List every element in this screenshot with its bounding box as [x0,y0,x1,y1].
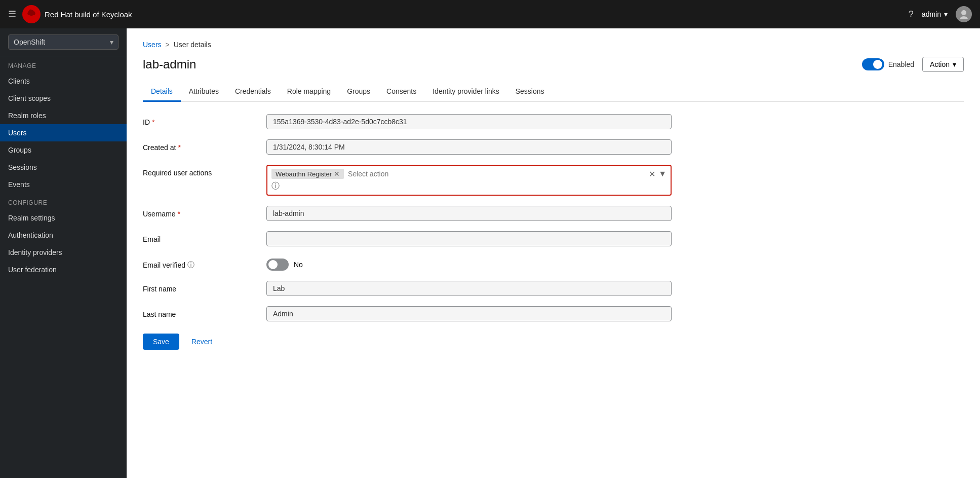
id-input[interactable] [266,114,672,129]
avatar[interactable] [956,6,972,22]
page-header: lab-admin Enabled Action ▾ [143,57,964,72]
last-name-label: Last name [143,306,254,318]
email-verified-help-icon[interactable]: ⓘ [187,261,194,270]
sidebar-item-groups[interactable]: Groups [0,141,127,159]
email-verified-label: Email verified ⓘ [143,256,254,270]
email-verified-toggle[interactable] [266,259,289,271]
form-actions: Save Revert [143,334,964,350]
last-name-row: Last name [143,306,964,321]
chevron-down-icon[interactable]: ▼ [658,169,667,178]
first-name-input[interactable] [266,281,672,296]
enabled-toggle[interactable] [862,58,884,70]
first-name-row: First name [143,281,964,296]
tab-attributes[interactable]: Attributes [181,82,227,102]
username-label: admin [922,10,941,18]
tabs: Details Attributes Credentials Role mapp… [143,82,964,102]
required-actions-label: Required user actions [143,165,254,177]
username-row: Username * [143,206,964,221]
page-title: lab-admin [143,57,196,71]
breadcrumb-current: User details [174,41,211,49]
sidebar: OpenShift Manage Clients Client scopes R… [0,28,127,478]
tab-consents[interactable]: Consents [378,82,424,102]
required-actions-field[interactable]: Webauthn Register ✕ ✕ ▼ ⓘ [266,165,672,196]
created-at-input[interactable] [266,139,672,155]
webauthn-register-tag: Webauthn Register ✕ [271,169,344,179]
sidebar-item-user-federation[interactable]: User federation [0,261,127,278]
last-name-control [266,306,672,321]
select-action-input[interactable] [348,170,645,178]
sidebar-item-realm-settings[interactable]: Realm settings [0,209,127,227]
username-required-marker: * [178,210,180,218]
realm-roles-label: Realm roles [8,112,46,120]
actions-field-icons: ✕ ▼ [649,169,667,179]
email-verified-control: No [266,256,672,271]
help-circle-icon[interactable]: ⓘ [271,181,280,190]
email-verified-row: Email verified ⓘ No [143,256,964,271]
id-required-marker: * [152,118,154,126]
created-at-control [266,139,672,155]
tab-groups[interactable]: Groups [339,82,378,102]
user-dropdown-icon: ▾ [944,10,948,18]
revert-button[interactable]: Revert [185,334,218,350]
save-button[interactable]: Save [143,334,179,350]
username-label: Username * [143,206,254,218]
sidebar-item-identity-providers[interactable]: Identity providers [0,244,127,261]
sidebar-item-events[interactable]: Events [0,176,127,193]
sidebar-item-users[interactable]: Users [0,124,127,141]
actions-help: ⓘ [271,181,667,192]
breadcrumb-users-link[interactable]: Users [143,41,162,49]
email-row: Email [143,231,964,246]
username-input[interactable] [266,206,672,221]
svg-point-2 [960,16,968,19]
email-label: Email [143,231,254,243]
brand-name: Red Hat build of Keycloak [45,10,132,19]
main-content: Users > User details lab-admin Enabled A… [127,28,980,478]
topnav-right: ? admin ▾ [909,6,972,22]
tab-identity-provider-links[interactable]: Identity provider links [424,82,507,102]
action-button-label: Action [930,60,950,68]
clients-label: Clients [8,77,30,85]
enabled-label: Enabled [888,60,914,68]
tag-remove-icon[interactable]: ✕ [334,170,340,178]
tab-role-mapping[interactable]: Role mapping [279,82,339,102]
realm-select[interactable]: OpenShift [8,34,119,50]
enabled-toggle-wrapper: Enabled [862,58,914,70]
tab-details[interactable]: Details [143,82,181,102]
sidebar-item-clients[interactable]: Clients [0,72,127,90]
hamburger-menu-icon[interactable]: ☰ [8,9,16,20]
authentication-label: Authentication [8,231,53,239]
first-name-label: First name [143,281,254,293]
page-header-actions: Enabled Action ▾ [862,57,964,72]
sidebar-item-client-scopes[interactable]: Client scopes [0,90,127,107]
groups-label: Groups [8,146,31,154]
identity-providers-label: Identity providers [8,248,62,256]
id-row: ID * [143,114,964,129]
redhat-logo-icon [22,5,41,23]
svg-point-1 [961,10,966,15]
id-control [266,114,672,129]
user-menu[interactable]: admin ▾ [922,10,948,18]
avatar-icon [959,9,969,19]
sidebar-item-realm-roles[interactable]: Realm roles [0,107,127,124]
logo: Red Hat build of Keycloak [22,5,132,23]
action-button[interactable]: Action ▾ [922,57,964,72]
tab-sessions[interactable]: Sessions [507,82,553,102]
realm-dropdown-wrapper: OpenShift [8,34,119,50]
sidebar-item-authentication[interactable]: Authentication [0,227,127,244]
required-actions-row-inner: Webauthn Register ✕ ✕ ▼ [271,169,667,179]
required-actions-control: Webauthn Register ✕ ✕ ▼ ⓘ [266,165,672,196]
email-input[interactable] [266,231,672,246]
clear-icon[interactable]: ✕ [649,169,655,179]
tab-credentials[interactable]: Credentials [227,82,279,102]
events-label: Events [8,180,30,189]
email-control [266,231,672,246]
user-federation-label: User federation [8,266,57,274]
help-icon[interactable]: ? [909,9,914,20]
required-actions-row: Required user actions Webauthn Register … [143,165,964,196]
last-name-input[interactable] [266,306,672,321]
sessions-label: Sessions [8,163,37,171]
first-name-control [266,281,672,296]
sidebar-item-sessions[interactable]: Sessions [0,159,127,176]
realm-settings-label: Realm settings [8,214,55,222]
breadcrumb-separator: > [166,41,170,49]
